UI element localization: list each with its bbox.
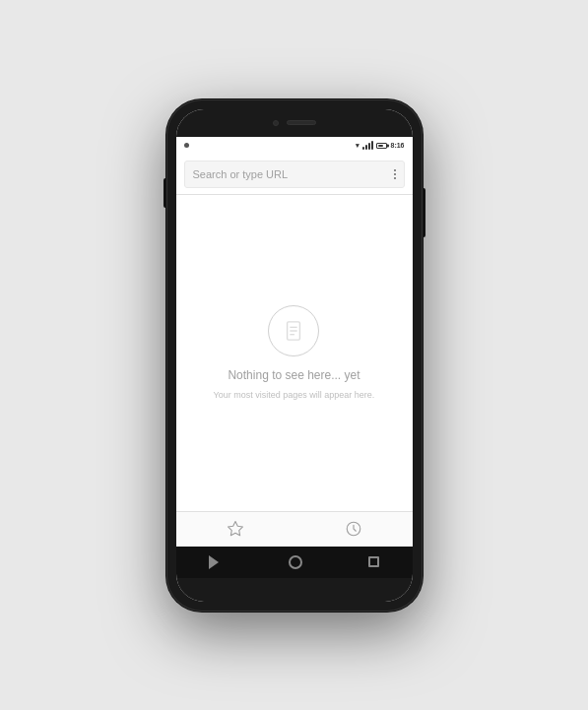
history-tab-button[interactable] [338,513,369,545]
phone-device: ▾ 8:16 Searc [166,99,423,612]
star-icon [227,520,244,538]
url-bar-container: Search or type URL [176,155,413,195]
status-right: ▾ 8:16 [356,142,404,150]
status-bar: ▾ 8:16 [176,137,413,155]
recents-button[interactable] [368,556,379,567]
document-icon [283,320,304,342]
clock-icon [345,520,362,538]
notification-icon [184,143,189,148]
home-button[interactable] [289,555,302,569]
empty-state-subtitle: Your most visited pages will appear here… [214,390,375,400]
empty-state-icon-circle [268,305,319,356]
phone-bottom-bar [176,578,413,602]
back-button[interactable] [209,555,223,569]
empty-state-title: Nothing to see here... yet [228,368,359,382]
wifi-icon: ▾ [356,142,359,150]
url-bar-placeholder[interactable]: Search or type URL [193,168,289,180]
url-bar[interactable]: Search or type URL [184,161,405,188]
earpiece-speaker [287,120,316,125]
status-time: 8:16 [390,142,404,149]
browser-content: Nothing to see here... yet Your most vis… [176,195,413,511]
browser-tab-bar [176,511,413,547]
android-nav-bar [176,547,413,578]
signal-icon [362,142,373,150]
url-bar-menu-button[interactable] [394,169,396,179]
status-left [184,143,189,148]
phone-top-bar [176,109,413,137]
empty-state: Nothing to see here... yet Your most vis… [214,305,375,400]
bookmarks-tab-button[interactable] [220,513,251,545]
front-camera [273,120,279,126]
battery-icon [376,143,387,149]
svg-marker-4 [228,522,242,536]
